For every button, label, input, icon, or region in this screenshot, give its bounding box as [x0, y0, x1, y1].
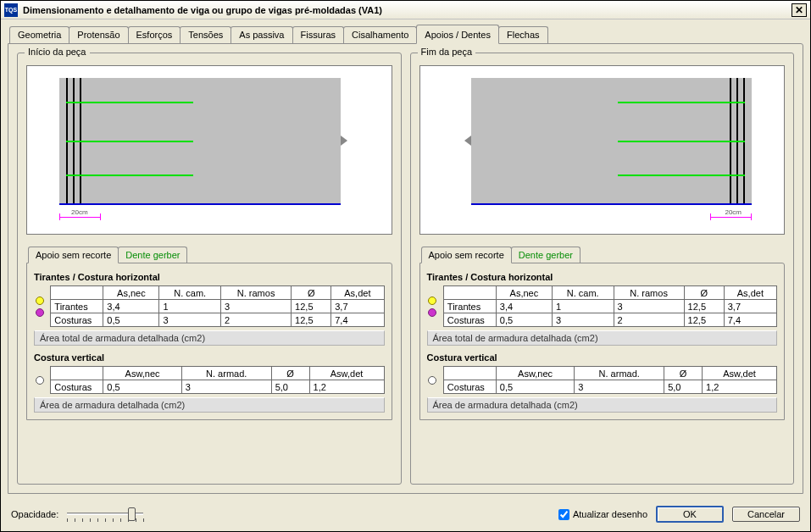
bullet-costuras-l — [36, 308, 44, 317]
window-title: Dimensionamento e detalhamento de viga o… — [23, 5, 382, 15]
tab-protensao[interactable]: Protensão — [69, 26, 128, 43]
group-fim-legend: Fim da peça — [418, 47, 476, 57]
diagram-fim: 20cm — [419, 65, 786, 235]
section1-title-l: Tirantes / Costura horizontal — [34, 272, 385, 282]
subtab-dente-gerber-r[interactable]: Dente gerber — [511, 247, 580, 263]
dialog-window: TQS Dimensionamento e detalhamento de vi… — [0, 0, 811, 532]
tab-esforcos[interactable]: Esforços — [128, 26, 181, 43]
tabpanel-apoios: Início da peça 20cm — [8, 43, 803, 494]
subtabs-inicio: Apoio sem recorte Dente gerber — [28, 247, 392, 263]
checkbox-atualizar-input[interactable] — [558, 509, 569, 520]
tabstrip: Geometria Protensão Esforços Tensões As … — [9, 25, 803, 43]
tab-flechas[interactable]: Flechas — [498, 26, 548, 43]
checkbox-atualizar[interactable]: Atualizar desenho — [558, 509, 647, 520]
app-icon: TQS — [4, 3, 18, 17]
diagram-inicio: 20cm — [26, 65, 392, 235]
tab-apoios-dentes[interactable]: Apoios / Dentes — [416, 25, 499, 44]
tab-cisalhamento[interactable]: Cisalhamento — [343, 26, 417, 43]
bullet-vertical-l — [36, 376, 44, 385]
bullet-vertical-r — [428, 376, 436, 385]
tab-fissuras[interactable]: Fissuras — [292, 26, 345, 43]
tab-as-passiva[interactable]: As passiva — [231, 26, 292, 43]
section1-title-r: Tirantes / Costura horizontal — [427, 272, 778, 282]
footer2-l: Área de armadura detalhada (cm2) — [34, 397, 385, 413]
section2-title-l: Costura vertical — [34, 352, 385, 363]
client-area: Geometria Protensão Esforços Tensões As … — [8, 25, 803, 490]
ok-button[interactable]: OK — [656, 506, 724, 523]
bullet-costuras-r — [428, 308, 436, 317]
subtabs-fim: Apoio sem recorte Dente gerber — [421, 247, 786, 263]
group-fim: Fim da peça 20cm — [410, 53, 795, 485]
footer1-l: Área total de armadura detalhada (cm2) — [34, 330, 385, 346]
subtab-dente-gerber-l[interactable]: Dente gerber — [118, 247, 187, 263]
footer1-r: Área total de armadura detalhada (cm2) — [427, 330, 778, 346]
section2-title-r: Costura vertical — [427, 352, 778, 363]
group-inicio-legend: Início da peça — [25, 47, 90, 57]
opacity-slider[interactable] — [67, 506, 143, 523]
subpanel-fim: Tirantes / Costura horizontal As,nec — [419, 263, 786, 420]
opacity-label: Opacidade: — [11, 509, 58, 519]
cancel-button[interactable]: Cancelar — [732, 507, 800, 522]
bullet-tirantes-r — [428, 296, 436, 305]
table-vertical-l[interactable]: Asw,nec N. armad. Ø Asw,det Costuras 0,5… — [50, 366, 384, 394]
footer2-r: Área de armadura detalhada (cm2) — [427, 397, 778, 413]
subtab-apoio-sem-recorte-r[interactable]: Apoio sem recorte — [421, 247, 512, 263]
checkbox-atualizar-label: Atualizar desenho — [573, 509, 647, 519]
dim-fim: 20cm — [725, 208, 742, 216]
tab-tensoes[interactable]: Tensões — [180, 26, 231, 43]
table-vertical-r[interactable]: Asw,nec N. armad. Ø Asw,det Costuras 0,5… — [443, 366, 777, 394]
dim-inicio: 20cm — [71, 208, 88, 216]
table-tirantes-r[interactable]: As,nec N. cam. N. ramos Ø As,det Tirante… — [443, 285, 777, 327]
titlebar: TQS Dimensionamento e detalhamento de vi… — [1, 1, 810, 19]
bullet-tirantes-l — [36, 296, 44, 305]
subtab-apoio-sem-recorte-l[interactable]: Apoio sem recorte — [28, 247, 119, 263]
close-button[interactable]: ✕ — [792, 3, 807, 17]
subpanel-inicio: Tirantes / Costura horizontal As,nec — [26, 263, 392, 420]
group-inicio: Início da peça 20cm — [17, 53, 402, 485]
tab-geometria[interactable]: Geometria — [9, 26, 69, 43]
bottom-row: Opacidade: Atualizar desenho OK Cancelar — [11, 506, 800, 523]
table-tirantes-l[interactable]: As,nec N. cam. N. ramos Ø As,det Tirante… — [50, 285, 384, 327]
